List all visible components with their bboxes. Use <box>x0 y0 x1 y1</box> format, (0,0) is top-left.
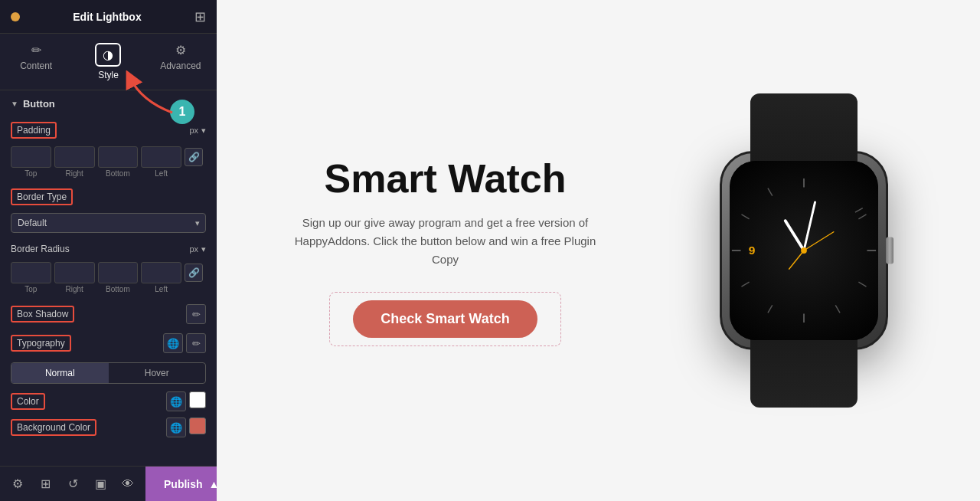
padding-top-label: Top <box>11 169 51 178</box>
border-radius-unit[interactable]: px ▾ <box>189 244 206 254</box>
color-swatch[interactable] <box>189 391 206 408</box>
grid-icon[interactable]: ⊞ <box>194 8 206 25</box>
cta-button[interactable]: Check Smart Watch <box>353 300 537 338</box>
style-icon: ◑ <box>103 48 113 61</box>
tab-advanced-label: Advanced <box>160 61 201 71</box>
border-radius-unit-label: px <box>189 244 198 254</box>
content-area: Smart Watch Sign up our give away progra… <box>217 0 980 501</box>
border-radius-labels: Top Right Bottom Left <box>11 285 206 293</box>
bottom-toolbar: ⚙ ⊞ ↺ ▣ 👁 Publish ▲ <box>0 466 217 501</box>
watch-face-svg: 9 <box>730 161 878 340</box>
typography-label: Typography <box>11 335 71 352</box>
tab-style-label: Style <box>98 70 119 80</box>
button-section-label: Button <box>23 98 55 110</box>
tab-advanced[interactable]: ⚙ Advanced <box>145 34 217 90</box>
background-color-row: Background Color 🌐 <box>0 414 217 440</box>
tab-content-label: Content <box>20 61 52 71</box>
settings-icon[interactable]: ⚙ <box>6 473 29 496</box>
border-radius-bottom-input[interactable] <box>98 262 139 283</box>
padding-bottom-input[interactable] <box>98 146 139 168</box>
border-radius-grid: 🔗 Top Right Bottom Left <box>0 259 217 300</box>
chevron-down-icon2: ▾ <box>201 244 206 254</box>
padding-unit-selector[interactable]: px ▾ <box>189 126 206 136</box>
svg-line-5 <box>835 305 840 313</box>
bg-color-icons: 🌐 <box>166 418 206 437</box>
svg-line-7 <box>768 305 773 313</box>
svg-line-11 <box>768 188 773 196</box>
sidebar-header: Edit Lightbox ⊞ <box>0 0 217 34</box>
bg-color-swatch[interactable] <box>189 418 206 434</box>
toolbar-icons: ⚙ ⊞ ↺ ▣ 👁 <box>0 467 145 501</box>
box-shadow-row: Box Shadow ✏ <box>0 300 217 329</box>
main-content: Smart Watch Sign up our give away progra… <box>217 0 980 501</box>
watch-section: 9 <box>658 90 949 411</box>
border-type-select-row: Default Solid Dashed Dotted None <box>0 210 217 239</box>
svg-line-8 <box>742 282 750 287</box>
watch-body: 9 <box>720 151 888 350</box>
border-type-select-wrapper: Default Solid Dashed Dotted None <box>11 213 206 233</box>
border-type-select[interactable]: Default Solid Dashed Dotted None <box>11 213 206 233</box>
sidebar-title: Edit Lightbox <box>73 11 141 23</box>
border-radius-left-input[interactable] <box>141 262 181 283</box>
padding-labels: Top Right Bottom Left <box>11 169 206 178</box>
box-shadow-edit-icon[interactable]: ✏ <box>186 304 206 324</box>
padding-label: Padding <box>11 122 57 139</box>
tab-content[interactable]: ✏ Content <box>0 34 72 90</box>
svg-point-17 <box>801 247 807 254</box>
padding-top-input[interactable] <box>11 146 51 168</box>
history-icon[interactable]: ↺ <box>61 473 84 496</box>
bg-color-globe-icon[interactable]: 🌐 <box>166 418 186 437</box>
section-collapse-icon: ▼ <box>11 100 18 108</box>
color-label: Color <box>11 393 45 410</box>
hover-tab[interactable]: Hover <box>109 363 206 383</box>
br-bottom-label: Bottom <box>98 285 139 293</box>
normal-tab[interactable]: Normal <box>11 363 109 383</box>
border-radius-row: Border Radius px ▾ <box>0 239 217 259</box>
border-radius-top-input[interactable] <box>11 262 51 283</box>
typography-row: Typography 🌐 ✏ <box>0 329 217 358</box>
br-top-label: Top <box>11 285 51 293</box>
chevron-down-icon: ▾ <box>201 126 206 136</box>
typography-globe-icon[interactable]: 🌐 <box>163 333 183 353</box>
background-color-label: Background Color <box>11 419 96 436</box>
color-icons: 🌐 <box>166 391 206 411</box>
svg-line-1 <box>855 206 863 214</box>
border-radius-right-input[interactable] <box>54 262 95 283</box>
padding-inputs: 🔗 <box>11 146 206 168</box>
watch-container: 9 <box>674 90 934 411</box>
svg-line-14 <box>804 202 815 250</box>
watch-band-bottom <box>750 331 858 408</box>
tab-style[interactable]: ◑ Style <box>72 34 144 90</box>
border-radius-inputs: 🔗 <box>11 262 206 283</box>
normal-hover-tabs: Normal Hover <box>11 362 206 384</box>
templates-icon[interactable]: ▣ <box>89 473 112 496</box>
padding-unit-label: px <box>189 126 198 135</box>
border-radius-link-icon[interactable]: 🔗 <box>185 264 203 282</box>
watch-face: 9 <box>730 161 878 340</box>
typography-icons: 🌐 ✏ <box>163 333 206 353</box>
padding-right-label: Right <box>54 169 95 178</box>
padding-link-icon[interactable]: 🔗 <box>185 148 203 166</box>
padding-right-input[interactable] <box>54 146 95 168</box>
sidebar-tabs: ✏ Content ◑ Style ⚙ Advanced <box>0 34 217 90</box>
svg-line-4 <box>858 282 866 287</box>
advanced-icon: ⚙ <box>175 43 186 57</box>
sidebar: Edit Lightbox ⊞ ✏ Content ◑ Style ⚙ Adva… <box>0 0 217 501</box>
watch-crown <box>886 237 893 264</box>
color-row: Color 🌐 <box>0 388 217 414</box>
padding-left-input[interactable] <box>141 146 181 168</box>
preview-icon[interactable]: 👁 <box>116 473 139 496</box>
main-description: Sign up our give away program and get a … <box>285 214 606 269</box>
border-radius-label: Border Radius <box>11 244 70 254</box>
br-left-label: Left <box>141 285 181 293</box>
border-type-label: Border Type <box>11 188 73 205</box>
color-globe-icon[interactable]: 🌐 <box>166 391 186 411</box>
publish-label: Publish <box>164 478 203 490</box>
watch-screen: 9 <box>730 161 878 340</box>
content-icon: ✏ <box>31 43 41 57</box>
svg-text:9: 9 <box>749 244 756 257</box>
typography-edit-icon[interactable]: ✏ <box>186 333 206 353</box>
svg-line-10 <box>742 214 750 219</box>
layers-icon[interactable]: ⊞ <box>34 473 57 496</box>
svg-line-13 <box>786 221 804 250</box>
